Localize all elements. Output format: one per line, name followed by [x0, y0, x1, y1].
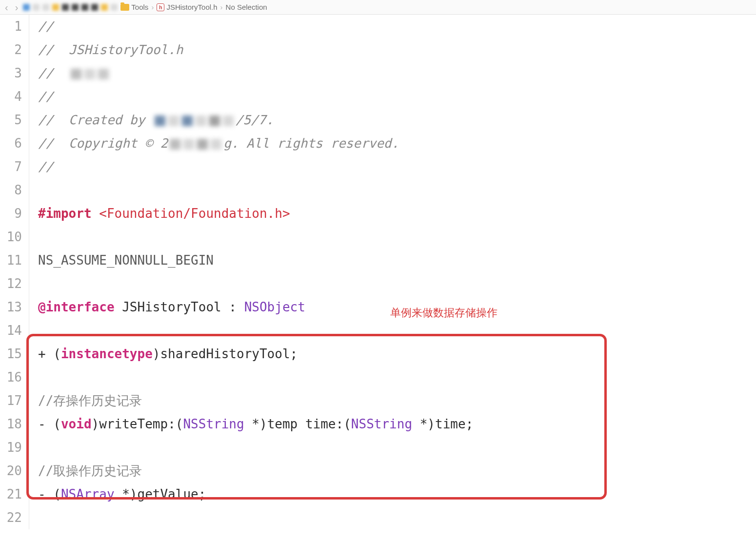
- code-line: [38, 366, 756, 389]
- code-editor: 1 2 3 4 5 6 7 8 9 10 11 12 13 14 15 16 1…: [0, 15, 756, 529]
- line-number: 7: [0, 155, 22, 178]
- code-line: //: [38, 155, 756, 178]
- code-line: // Copyright © 2g. All rights reserved.: [38, 132, 756, 155]
- line-number: 9: [0, 202, 22, 225]
- line-number: 14: [0, 319, 22, 342]
- line-number: 3: [0, 61, 22, 85]
- nav-back-button[interactable]: ‹: [3, 2, 10, 12]
- line-number: 10: [0, 225, 22, 249]
- line-number: 16: [0, 366, 22, 389]
- breadcrumb-label: JSHistoryTool.h: [166, 3, 217, 11]
- breadcrumb-item-selection[interactable]: No Selection: [226, 3, 267, 11]
- code-line: //取操作历史记录: [38, 459, 756, 482]
- code-line: //存操作历史记录: [38, 389, 756, 412]
- code-line: // JSHistoryTool.h: [38, 38, 756, 61]
- breadcrumb-label: Tools: [131, 3, 148, 11]
- code-line: #import <Foundation/Foundation.h>: [38, 202, 756, 225]
- line-number: 17: [0, 389, 22, 412]
- code-line: [38, 436, 756, 459]
- code-line: //: [38, 61, 756, 85]
- line-number: 19: [0, 436, 22, 459]
- breadcrumb-item-file[interactable]: h JSHistoryTool.h: [157, 3, 217, 11]
- annotation-label: 单例来做数据存储操作: [390, 301, 497, 325]
- code-line: [38, 272, 756, 295]
- line-number: 12: [0, 272, 22, 295]
- code-line: [38, 225, 756, 249]
- obscured-breadcrumb: [23, 4, 118, 11]
- line-number: 2: [0, 38, 22, 61]
- header-file-icon: h: [157, 3, 164, 11]
- breadcrumb-bar: ‹ › Tools › h JSHistoryTool.h › No Selec…: [0, 0, 756, 15]
- code-line: //: [38, 15, 756, 38]
- code-line: [38, 506, 756, 529]
- line-number: 20: [0, 459, 22, 482]
- nav-forward-button[interactable]: ›: [13, 2, 20, 12]
- line-number: 13: [0, 295, 22, 319]
- obscured-text: [170, 139, 221, 150]
- code-line: + (instancetype)sharedHistoryTool;: [38, 342, 756, 366]
- obscured-text: [71, 69, 109, 79]
- code-line: //: [38, 85, 756, 108]
- line-number: 15: [0, 342, 22, 366]
- breadcrumb-separator: ›: [151, 3, 154, 11]
- obscured-text: [155, 116, 234, 126]
- code-line: NS_ASSUME_NONNULL_BEGIN: [38, 249, 756, 272]
- breadcrumb-item-tools[interactable]: Tools: [120, 3, 148, 11]
- code-line: // Created by /5/7.: [38, 108, 756, 132]
- code-line: - (void)writeTemp:(NSString *)temp time:…: [38, 412, 756, 436]
- breadcrumb-label: No Selection: [226, 3, 267, 11]
- breadcrumb-separator: ›: [220, 3, 223, 11]
- line-number: 18: [0, 412, 22, 436]
- line-number-gutter: 1 2 3 4 5 6 7 8 9 10 11 12 13 14 15 16 1…: [0, 15, 29, 529]
- code-line: - (NSArray *)getValue;: [38, 482, 756, 506]
- line-number: 6: [0, 132, 22, 155]
- code-text-area[interactable]: // // JSHistoryTool.h // // // Created b…: [29, 15, 756, 529]
- code-line: [38, 178, 756, 202]
- line-number: 8: [0, 178, 22, 202]
- line-number: 21: [0, 482, 22, 506]
- line-number: 22: [0, 506, 22, 529]
- line-number: 11: [0, 249, 22, 272]
- folder-icon: [120, 4, 129, 11]
- line-number: 1: [0, 15, 22, 38]
- line-number: 5: [0, 108, 22, 132]
- line-number: 4: [0, 85, 22, 108]
